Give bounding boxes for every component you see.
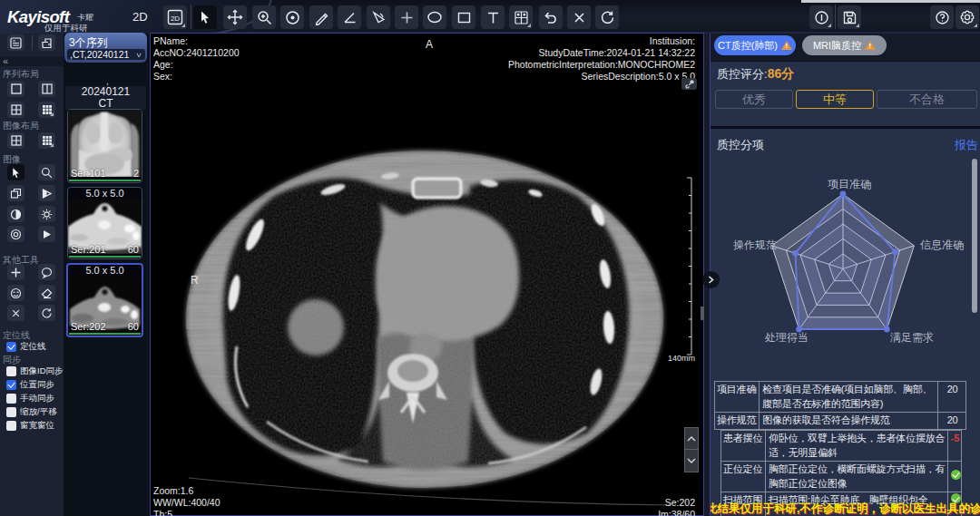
svg-text:140mm: 140mm	[668, 354, 695, 363]
svg-text:2D: 2D	[171, 15, 180, 23]
